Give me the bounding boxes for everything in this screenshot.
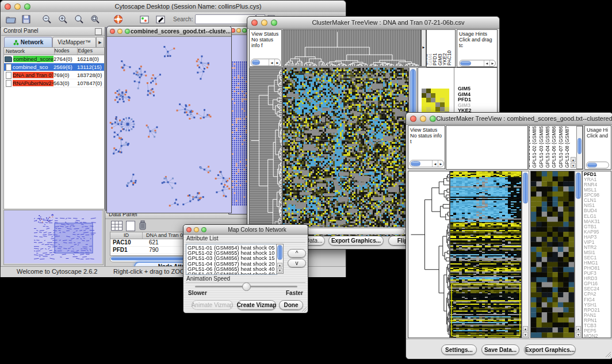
- column-label[interactable]: GPL51-07 (GSM868): [558, 125, 564, 168]
- attribute-list-item[interactable]: GPL51-07 (GSM868) heat shock 60 min: [188, 271, 277, 275]
- cytopanel-icon[interactable]: [139, 14, 150, 25]
- scroll-right-icon[interactable]: ▶: [274, 59, 280, 66]
- tv1-column-dendrogram[interactable]: [282, 29, 421, 67]
- network-window-1-titlebar[interactable]: combined_scores_good.txt--cluste...: [107, 26, 231, 37]
- scroll-thumb[interactable]: [411, 161, 420, 166]
- zoom-button[interactable]: [125, 29, 130, 34]
- column-label[interactable]: GPL51-04 (GSM857): [545, 125, 550, 168]
- zoom-button[interactable]: [24, 3, 30, 10]
- minimize-button[interactable]: [117, 29, 123, 34]
- tv2-collabel-scrollbar[interactable]: [576, 126, 583, 169]
- slider-thumb[interactable]: [242, 282, 251, 291]
- scroll-right-icon[interactable]: ▶: [438, 160, 443, 167]
- network-table-row[interactable]: combined_sco2569(6)13112(15): [4, 63, 104, 71]
- minimize-button[interactable]: [420, 116, 426, 122]
- scroll-right-icon[interactable]: ▶: [489, 60, 495, 66]
- scroll-thumb[interactable]: [587, 163, 597, 167]
- attribute-list[interactable]: GPL51-01 (GSM854) heat shock 05 minGPL51…: [186, 244, 277, 275]
- close-button[interactable]: [110, 29, 115, 34]
- tv1-row-dendrogram[interactable]: [249, 67, 282, 236]
- done-button[interactable]: Done: [279, 300, 303, 310]
- tab-overflow-button[interactable]: ▶: [96, 37, 104, 48]
- zoom-in-icon[interactable]: [57, 14, 68, 25]
- expand-right-icon[interactable]: ▶: [423, 45, 425, 49]
- network-table-row[interactable]: combined_scores2764(0)16218(0): [4, 55, 104, 63]
- birdseye-canvas[interactable]: [4, 210, 102, 263]
- move-up-button[interactable]: ^: [288, 249, 306, 258]
- create-vizmap-button[interactable]: Create Vizmap: [237, 300, 276, 310]
- tv1-column-labels[interactable]: GIM5GIM4PFD1GIM3YKE2PAC10: [426, 29, 456, 67]
- scroll-thumb[interactable]: [523, 173, 528, 204]
- scroll-down-icon[interactable]: ▼: [277, 268, 282, 273]
- tv1-heatmap[interactable]: [282, 67, 409, 236]
- scroll-down-icon[interactable]: ▼: [523, 332, 528, 337]
- zoom-out-icon[interactable]: [41, 14, 52, 25]
- col-nodes[interactable]: Nodes: [55, 48, 78, 55]
- column-label[interactable]: GPL51-02 (GSM855): [531, 125, 537, 168]
- tv2-gene-list[interactable]: PFD1YRA1RNR4MSL1SPC98CLN1NIS1BUD4ELG1MAK…: [582, 171, 611, 338]
- resize-grip[interactable]: [605, 351, 611, 358]
- network-table-row[interactable]: DNA and Tran 07769(0)183728(0): [4, 71, 104, 79]
- column-label[interactable]: GPL51-08 (GSM872): [564, 125, 570, 168]
- scroll-up-icon[interactable]: ▲: [571, 157, 576, 162]
- annotation-icon[interactable]: [155, 14, 166, 25]
- float-panel-icon[interactable]: [95, 28, 102, 35]
- tab-vizmapper[interactable]: VizMapper™: [52, 37, 96, 48]
- scroll-down-icon[interactable]: ▼: [571, 163, 576, 168]
- col-network[interactable]: Network: [4, 48, 55, 55]
- resize-grip[interactable]: [301, 306, 307, 312]
- data-col-id[interactable]: ID: [110, 232, 143, 239]
- table-view-icon[interactable]: [111, 221, 123, 231]
- tv2-save-data-button[interactable]: Save Data...: [481, 344, 519, 355]
- tv2-hints-scrollbar[interactable]: [586, 162, 609, 168]
- close-button[interactable]: [186, 227, 192, 232]
- minimize-button[interactable]: [236, 28, 241, 33]
- zoom-button[interactable]: [271, 20, 277, 26]
- save-icon[interactable]: [20, 14, 32, 25]
- tab-network[interactable]: Network: [4, 37, 52, 48]
- column-label[interactable]: PAC10: [446, 51, 452, 66]
- tv2-zoom-scrollbar[interactable]: ▲ ▼: [575, 171, 582, 338]
- col-edges[interactable]: Edges: [78, 48, 104, 55]
- treeview1-titlebar[interactable]: ClusterMaker TreeView : DNA and Tran 07-…: [247, 17, 499, 29]
- scroll-left-icon[interactable]: ◀: [432, 160, 438, 167]
- column-label[interactable]: GPL51-01 (GSM854): [529, 125, 531, 168]
- tv1-status-scrollbar[interactable]: ◀ ▶: [251, 59, 281, 66]
- scroll-thumb[interactable]: [252, 60, 260, 65]
- minimize-button[interactable]: [261, 20, 267, 26]
- zoom-selected-icon[interactable]: [89, 14, 101, 25]
- tv1-export-graphics-button[interactable]: Export Graphics...: [328, 236, 384, 246]
- open-icon[interactable]: [5, 14, 17, 25]
- tv1-hints-scrollbar[interactable]: ◀ ▶: [459, 60, 496, 67]
- treeview2-titlebar[interactable]: ClusterMaker TreeView : combined_scores_…: [406, 113, 612, 125]
- column-label[interactable]: GPL51-03 (GSM856): [538, 125, 544, 168]
- scroll-left-icon[interactable]: ◀: [269, 59, 274, 66]
- zoom-button[interactable]: [430, 116, 436, 122]
- birdseye-panel[interactable]: [3, 210, 104, 265]
- minimize-button[interactable]: [194, 227, 199, 232]
- scroll-left-icon[interactable]: ◀: [484, 60, 489, 66]
- dialog-titlebar[interactable]: Map Colors to Network: [183, 225, 308, 235]
- column-label[interactable]: GPL51-06 (GSM865): [551, 125, 557, 168]
- zoom-button[interactable]: [201, 227, 206, 232]
- tv2-global-heatmap[interactable]: [450, 171, 522, 338]
- network-table-row[interactable]: RNAPuberNov2+563(0)107847(0): [4, 79, 104, 87]
- gene-label[interactable]: MON2: [584, 334, 611, 338]
- scroll-up-icon[interactable]: ▲: [576, 326, 581, 331]
- close-button[interactable]: [251, 20, 258, 26]
- scroll-down-icon[interactable]: ▼: [576, 332, 581, 337]
- scroll-up-icon[interactable]: ▲: [277, 263, 282, 267]
- tv2-global-scrollbar[interactable]: ▲ ▼: [522, 171, 529, 338]
- new-attribute-icon[interactable]: [126, 221, 135, 231]
- zoom-button[interactable]: [242, 28, 247, 33]
- tv2-gene-dendrogram[interactable]: [408, 171, 450, 338]
- close-button[interactable]: [410, 116, 416, 122]
- tv2-column-labels[interactable]: GPL51-01 (GSM854)GPL51-02 (GSM855)GPL51-…: [529, 125, 583, 170]
- scroll-thumb[interactable]: [277, 245, 282, 260]
- scroll-thumb[interactable]: [307, 228, 405, 235]
- tv2-zoom-heatmap[interactable]: [530, 171, 575, 338]
- attribute-list-scrollbar[interactable]: ▲ ▼: [276, 244, 284, 274]
- network-window-2-titlebar[interactable]: [229, 26, 248, 35]
- move-down-button[interactable]: v: [288, 259, 306, 267]
- close-button[interactable]: [5, 3, 11, 10]
